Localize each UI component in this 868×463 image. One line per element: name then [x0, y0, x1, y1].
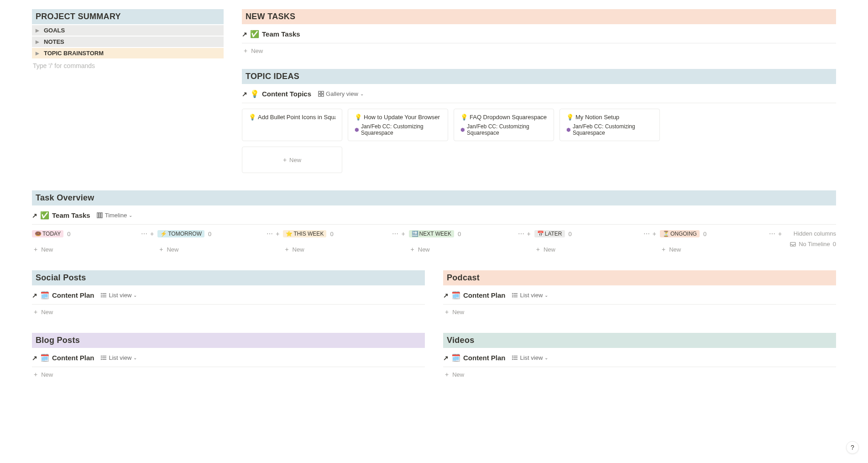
badge-label: NEXT WEEK [419, 231, 451, 237]
new-card-button[interactable]: + New [409, 242, 531, 257]
timeline-col-next-week: 🔜NEXT WEEK 0 ⋯ + + New [409, 230, 534, 257]
plus-icon[interactable]: + [527, 230, 531, 237]
svg-rect-2 [318, 94, 320, 96]
new-label: New [41, 309, 53, 316]
timeline-col-this-week: ⭐THIS WEEK 0 ⋯ + + New [283, 230, 408, 257]
svg-point-24 [101, 358, 101, 358]
new-button[interactable]: + New [443, 305, 836, 319]
more-icon[interactable]: ⋯ [518, 230, 524, 237]
gallery-card[interactable]: 💡 How to Update Your Browser Icon… ⬢ Jan… [348, 109, 448, 141]
social-posts-db-link[interactable]: ↗ 🗓️ Content Plan List view ⌄ [32, 286, 425, 304]
more-icon[interactable]: ⋯ [267, 230, 273, 237]
badge-label: LATER [545, 231, 562, 237]
timeline-badge[interactable]: ⏳ONGOING [660, 230, 700, 237]
db-title: Team Tasks [262, 30, 300, 38]
plus-icon[interactable]: + [276, 230, 279, 237]
toggle-icon[interactable]: ▶ [36, 51, 44, 56]
task-overview-db-link[interactable]: ↗ ✅ Team Tasks Timeline ⌄ [32, 206, 836, 224]
blog-posts-db-link[interactable]: ↗ 🗓️ Content Plan List view ⌄ [32, 349, 425, 367]
count: 0 [330, 231, 333, 237]
timeline-badge[interactable]: ⭐THIS WEEK [283, 230, 326, 237]
count: 0 [208, 231, 211, 237]
hidden-columns-button[interactable]: Hidden columns [790, 230, 836, 237]
svg-rect-5 [99, 213, 100, 218]
list-icon [512, 355, 518, 361]
new-card-button[interactable]: + New [283, 242, 405, 257]
list-view-selector[interactable]: List view ⌄ [101, 292, 137, 299]
new-card-button[interactable]: + New [157, 242, 279, 257]
toc-item-notes[interactable]: ▶ NOTES [32, 37, 224, 47]
inbox-icon [790, 241, 796, 247]
badge-label: TODAY [42, 231, 61, 237]
more-icon[interactable]: ⋯ [392, 230, 398, 237]
plus-icon[interactable]: + [778, 230, 782, 237]
new-button[interactable]: + New [443, 367, 836, 382]
timeline-col-later: 📅LATER 0 ⋯ + + New [534, 230, 660, 257]
link-arrow-icon: ↗ [443, 354, 449, 362]
timeline-badge[interactable]: 📅LATER [534, 230, 565, 237]
new-tasks-db-link[interactable]: ↗ ✅ Team Tasks [242, 25, 836, 43]
board-icon [97, 212, 103, 219]
no-timeline-label[interactable]: No Timeline [799, 241, 830, 247]
new-card-button[interactable]: + New [534, 242, 656, 257]
project-summary-header: PROJECT SUMMARY [32, 9, 224, 24]
tag-dot-icon: ⬢ [566, 127, 571, 133]
plus-icon: + [662, 246, 665, 253]
toggle-icon[interactable]: ▶ [36, 39, 44, 44]
new-label: New [289, 157, 301, 163]
gallery-view-selector[interactable]: Gallery view ⌄ [318, 90, 364, 97]
gallery-icon [318, 91, 324, 97]
badge-icon: ⚡ [160, 231, 167, 237]
more-icon[interactable]: ⋯ [769, 230, 775, 237]
db-title: Content Topics [262, 90, 311, 98]
more-icon[interactable]: ⋯ [141, 230, 147, 237]
svg-point-17 [512, 293, 512, 294]
new-card-button[interactable]: + New [32, 242, 154, 257]
view-name: List view [520, 292, 543, 299]
gallery-row: 💡 Add Bullet Point Icons in Squares… 💡 H… [242, 109, 836, 141]
db-title: Content Plan [463, 354, 506, 362]
timeline-col-ongoing: ⏳ONGOING 0 ⋯ + + New [660, 230, 785, 257]
list-icon [512, 292, 518, 299]
timeline-view-selector[interactable]: Timeline ⌄ [97, 212, 133, 219]
podcast-db-link[interactable]: ↗ 🗓️ Content Plan List view ⌄ [443, 286, 836, 304]
new-button[interactable]: + New [32, 305, 425, 319]
plus-icon[interactable]: + [150, 230, 154, 237]
link-arrow-icon: ↗ [32, 292, 37, 299]
svg-rect-1 [321, 91, 324, 94]
timeline-badge[interactable]: ⚡TOMORROW [157, 230, 204, 237]
more-icon[interactable]: ⋯ [643, 230, 650, 237]
count: 0 [67, 231, 70, 237]
count: 0 [569, 231, 572, 237]
badge-label: TOMORROW [168, 231, 202, 237]
list-view-selector[interactable]: List view ⌄ [512, 354, 549, 361]
command-placeholder[interactable]: Type '/' for commands [32, 59, 224, 72]
plus-icon: + [283, 156, 287, 163]
list-view-selector[interactable]: List view ⌄ [101, 354, 137, 361]
view-name: List view [520, 354, 543, 361]
toc-item-goals[interactable]: ▶ GOALS [32, 25, 224, 36]
gallery-card[interactable]: 💡 Add Bullet Point Icons in Squares… [242, 109, 342, 141]
new-button[interactable]: + New [32, 367, 425, 382]
toc-item-topic-brainstorm[interactable]: ▶ TOPIC BRAINSTORM [32, 48, 224, 58]
svg-point-19 [512, 297, 512, 297]
timeline-badge[interactable]: 🔜NEXT WEEK [409, 230, 454, 237]
svg-point-30 [512, 358, 512, 358]
bulb-icon: 💡 [566, 114, 574, 121]
badge-icon: ⏳ [663, 231, 669, 237]
videos-db-link[interactable]: ↗ 🗓️ Content Plan List view ⌄ [443, 349, 836, 367]
list-icon [101, 292, 107, 299]
plus-icon[interactable]: + [401, 230, 405, 237]
new-card-button[interactable]: + New [660, 242, 782, 257]
topic-ideas-db-link[interactable]: ↗ 💡 Content Topics Gallery view ⌄ [242, 85, 836, 103]
svg-point-23 [101, 356, 101, 356]
toggle-icon[interactable]: ▶ [36, 28, 44, 33]
plus-icon[interactable]: + [653, 230, 656, 237]
new-task-button[interactable]: + New [242, 43, 836, 58]
list-view-selector[interactable]: List view ⌄ [512, 292, 549, 299]
new-gallery-card[interactable]: + New [242, 147, 342, 173]
gallery-card[interactable]: 💡 My Notion Setup ⬢ Jan/Feb CC: Customiz… [559, 109, 660, 141]
toc-label: TOPIC BRAINSTORM [44, 50, 104, 57]
timeline-badge[interactable]: 🍩TODAY [32, 230, 63, 237]
gallery-card[interactable]: 💡 FAQ Dropdown Squarespace ⬢ Jan/Feb CC:… [454, 109, 554, 141]
